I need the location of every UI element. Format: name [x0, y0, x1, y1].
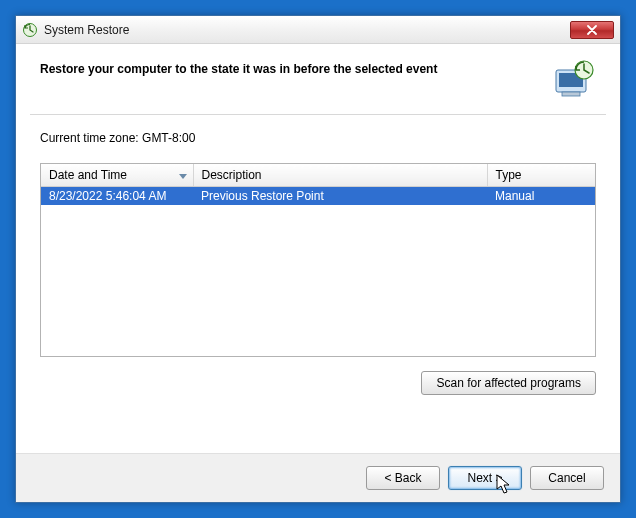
content-area: Current time zone: GMT-8:00 Date and Tim… — [16, 115, 620, 453]
column-header-description-label: Description — [202, 168, 262, 182]
scan-button-row: Scan for affected programs — [40, 371, 596, 395]
close-icon — [586, 25, 598, 35]
sort-indicator-icon — [179, 168, 187, 182]
titlebar: System Restore — [16, 16, 620, 44]
cancel-button[interactable]: Cancel — [530, 466, 604, 490]
wizard-heading: Restore your computer to the state it wa… — [40, 60, 532, 76]
cell-description: Previous Restore Point — [193, 187, 487, 206]
timezone-label: Current time zone: GMT-8:00 — [40, 131, 596, 145]
column-header-date-label: Date and Time — [49, 168, 127, 182]
window-title: System Restore — [44, 23, 570, 37]
system-restore-window: System Restore Restore your computer to … — [15, 15, 621, 503]
wizard-header: Restore your computer to the state it wa… — [16, 44, 620, 114]
column-header-type-label: Type — [496, 168, 522, 182]
table-row[interactable]: 8/23/2022 5:46:04 AM Previous Restore Po… — [41, 187, 595, 206]
scan-affected-programs-button[interactable]: Scan for affected programs — [421, 371, 596, 395]
system-restore-icon — [22, 22, 38, 38]
table-header-row: Date and Time Description Type — [41, 164, 595, 187]
column-header-type[interactable]: Type — [487, 164, 595, 187]
next-button[interactable]: Next > — [448, 466, 522, 490]
column-header-date[interactable]: Date and Time — [41, 164, 193, 187]
cell-type: Manual — [487, 187, 595, 206]
system-restore-large-icon — [548, 60, 596, 102]
restore-points-table[interactable]: Date and Time Description Type — [40, 163, 596, 357]
close-button[interactable] — [570, 21, 614, 39]
back-button[interactable]: < Back — [366, 466, 440, 490]
svg-rect-3 — [562, 92, 580, 96]
wizard-footer: < Back Next > Cancel — [16, 453, 620, 502]
cell-date: 8/23/2022 5:46:04 AM — [41, 187, 193, 206]
column-header-description[interactable]: Description — [193, 164, 487, 187]
